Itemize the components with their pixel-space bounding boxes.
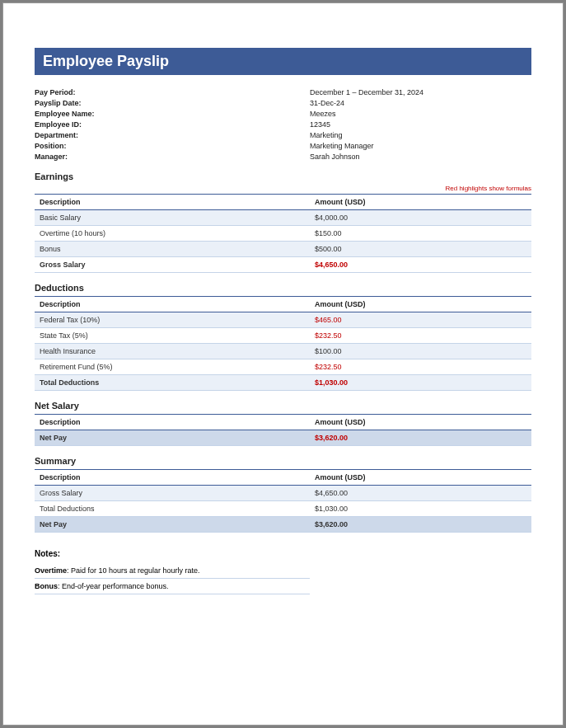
earnings-desc: Basic Salary bbox=[35, 210, 310, 226]
note-label: Overtime bbox=[35, 566, 67, 575]
deductions-table: Description Amount (USD) Federal Tax (10… bbox=[35, 296, 531, 391]
deductions-total-row: Total Deductions $1,030.00 bbox=[35, 375, 531, 391]
note-bonus: Bonus: End-of-year performance bonus. bbox=[35, 579, 310, 594]
header-row-pay-period: Pay Period: December 1 – December 31, 20… bbox=[35, 87, 531, 97]
table-row: Overtime (10 hours) $150.00 bbox=[35, 226, 531, 242]
summary-netpay-label: Net Pay bbox=[35, 517, 310, 533]
payslip-date-value: 31-Dec-24 bbox=[310, 99, 531, 107]
department-label: Department: bbox=[35, 131, 310, 139]
employee-id-label: Employee ID: bbox=[35, 120, 310, 129]
earnings-col-desc: Description bbox=[35, 195, 310, 210]
note-text: : End-of-year performance bonus. bbox=[58, 582, 169, 590]
page-title-bar: Employee Payslip bbox=[35, 48, 531, 75]
net-salary-table: Description Amount (USD) Net Pay $3,620.… bbox=[35, 414, 531, 446]
payslip-date-label: Payslip Date: bbox=[35, 99, 310, 107]
note-overtime: Overtime: Paid for 10 hours at regular h… bbox=[35, 563, 310, 579]
deductions-amount: $100.00 bbox=[310, 344, 531, 359]
earnings-amount: $4,000.00 bbox=[310, 210, 531, 226]
employee-id-value: 12345 bbox=[310, 120, 531, 129]
department-value: Marketing bbox=[310, 131, 531, 139]
gross-salary-amount: $4,650.00 bbox=[310, 257, 531, 273]
summary-amount: $1,030.00 bbox=[310, 501, 531, 517]
header-row-position: Position: Marketing Manager bbox=[35, 140, 531, 151]
deductions-col-amount: Amount (USD) bbox=[310, 297, 531, 312]
header-row-payslip-date: Payslip Date: 31-Dec-24 bbox=[35, 97, 531, 108]
summary-desc: Gross Salary bbox=[35, 486, 310, 501]
net-salary-heading: Net Salary bbox=[35, 401, 531, 411]
note-label: Bonus bbox=[35, 582, 58, 590]
net-pay-label: Net Pay bbox=[35, 430, 310, 446]
summary-netpay-row: Net Pay $3,620.00 bbox=[35, 517, 531, 533]
table-row: Basic Salary $4,000.00 bbox=[35, 210, 531, 226]
table-row: State Tax (5%) $232.50 bbox=[35, 328, 531, 344]
deductions-desc: Federal Tax (10%) bbox=[35, 312, 310, 328]
table-row: Bonus $500.00 bbox=[35, 242, 531, 257]
position-label: Position: bbox=[35, 142, 310, 150]
notes-heading: Notes: bbox=[35, 549, 531, 558]
deductions-amount: $232.50 bbox=[310, 328, 531, 344]
pay-period-value: December 1 – December 31, 2024 bbox=[310, 88, 531, 96]
note-text: : Paid for 10 hours at regular hourly ra… bbox=[67, 566, 200, 575]
earnings-amount: $500.00 bbox=[310, 242, 531, 257]
payslip-page: Employee Payslip Pay Period: December 1 … bbox=[2, 2, 564, 726]
formula-note: Red highlights show formulas bbox=[35, 185, 531, 192]
header-row-manager: Manager: Sarah Johnson bbox=[35, 151, 531, 162]
summary-table: Description Amount (USD) Gross Salary $4… bbox=[35, 469, 531, 533]
summary-netpay-amount: $3,620.00 bbox=[310, 517, 531, 533]
deductions-desc: Health Insurance bbox=[35, 344, 310, 359]
earnings-col-amount: Amount (USD) bbox=[310, 195, 531, 210]
summary-col-amount: Amount (USD) bbox=[310, 470, 531, 486]
earnings-desc: Bonus bbox=[35, 242, 310, 257]
pay-period-label: Pay Period: bbox=[35, 88, 310, 96]
table-row: Health Insurance $100.00 bbox=[35, 344, 531, 359]
earnings-table: Description Amount (USD) Basic Salary $4… bbox=[35, 194, 531, 273]
deductions-desc: State Tax (5%) bbox=[35, 328, 310, 344]
earnings-heading: Earnings bbox=[35, 171, 531, 181]
position-value: Marketing Manager bbox=[310, 142, 531, 150]
summary-amount: $4,650.00 bbox=[310, 486, 531, 501]
header-row-department: Department: Marketing bbox=[35, 129, 531, 140]
manager-label: Manager: bbox=[35, 153, 310, 161]
deductions-amount: $232.50 bbox=[310, 359, 531, 375]
summary-heading: Summary bbox=[35, 456, 531, 466]
net-col-amount: Amount (USD) bbox=[310, 415, 531, 430]
net-col-desc: Description bbox=[35, 415, 310, 430]
table-row: Gross Salary $4,650.00 bbox=[35, 486, 531, 501]
page-title: Employee Payslip bbox=[43, 53, 169, 69]
total-deductions-amount: $1,030.00 bbox=[310, 375, 531, 391]
earnings-desc: Overtime (10 hours) bbox=[35, 226, 310, 242]
earnings-amount: $150.00 bbox=[310, 226, 531, 242]
header-row-employee-name: Employee Name: Meezes bbox=[35, 108, 531, 119]
employee-name-value: Meezes bbox=[310, 110, 531, 118]
deductions-amount: $465.00 bbox=[310, 312, 531, 328]
net-pay-amount: $3,620.00 bbox=[310, 430, 531, 446]
deductions-heading: Deductions bbox=[35, 283, 531, 293]
employee-name-label: Employee Name: bbox=[35, 110, 310, 118]
table-row: Federal Tax (10%) $465.00 bbox=[35, 312, 531, 328]
gross-salary-label: Gross Salary bbox=[35, 257, 310, 273]
net-pay-row: Net Pay $3,620.00 bbox=[35, 430, 531, 446]
deductions-col-desc: Description bbox=[35, 297, 310, 312]
summary-col-desc: Description bbox=[35, 470, 310, 486]
earnings-total-row: Gross Salary $4,650.00 bbox=[35, 257, 531, 273]
header-row-employee-id: Employee ID: 12345 bbox=[35, 119, 531, 129]
employee-header: Pay Period: December 1 – December 31, 20… bbox=[35, 87, 531, 162]
summary-desc: Total Deductions bbox=[35, 501, 310, 517]
deductions-desc: Retirement Fund (5%) bbox=[35, 359, 310, 375]
table-row: Retirement Fund (5%) $232.50 bbox=[35, 359, 531, 375]
manager-value: Sarah Johnson bbox=[310, 153, 531, 161]
table-row: Total Deductions $1,030.00 bbox=[35, 501, 531, 517]
total-deductions-label: Total Deductions bbox=[35, 375, 310, 391]
